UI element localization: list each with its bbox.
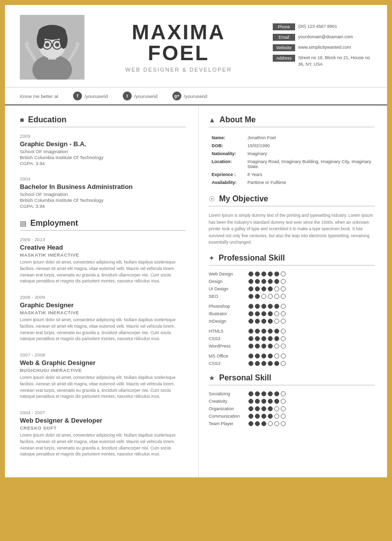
dot-0 (248, 311, 253, 316)
dot-4 (274, 304, 279, 309)
pers-dot-0 (248, 421, 253, 426)
first-name: MAXIMA (94, 22, 263, 43)
dot-4 (274, 354, 279, 359)
emp-title-4: Web Designer & Developer (20, 417, 186, 424)
dot-3 (268, 304, 273, 309)
prof-skill-name-1-0: Photoshop (209, 304, 248, 309)
edu-year-2: 2004 (20, 176, 186, 181)
dot-0 (248, 336, 253, 341)
prof-skill-dots-1-1 (248, 311, 286, 316)
prof-skill-row-0-3: SEO (209, 294, 375, 299)
address-value: Street no 16, Block no 21, House no 36, … (298, 55, 372, 67)
phone-value: (00) 123 4567 8901 (298, 23, 337, 30)
emp-year-4: 2004 - 2007 (20, 410, 186, 415)
dot-3 (268, 279, 273, 284)
emp-title-2: Graphic Designer (20, 301, 186, 309)
dot-0 (248, 361, 253, 366)
dot-5 (281, 311, 286, 316)
personal-skill-group: SocializingCreativityOrganizationCommuni… (209, 391, 375, 426)
emp-company-3: BUGICHUGI INERACTIVE (20, 367, 186, 373)
prof-skill-dots-1-0 (248, 304, 286, 309)
personal-skill-name-1: Creativity (209, 399, 248, 404)
dot-4 (274, 271, 279, 276)
personal-skill-dots-1 (248, 399, 286, 404)
about-dob-row: DOB: 15/02/1990 (210, 142, 374, 149)
about-icon: ▲ (209, 116, 216, 124)
pers-dot-3 (268, 414, 273, 419)
social-bar: Know me better at f /youruserid t /youru… (5, 88, 387, 105)
personal-skill-header: ★ Personal Skill (209, 373, 375, 385)
emp-item-3: 2007 - 2008 Web & Graphic Designer BUGIC… (20, 352, 186, 400)
dot-2 (261, 319, 266, 324)
pers-dot-0 (248, 406, 253, 411)
edu-uni-2: British Columbia Institute Of Technology (20, 197, 186, 203)
website-label: Website (273, 44, 295, 51)
prof-skill-dots-2-1 (248, 336, 286, 341)
pers-dot-2 (261, 406, 266, 411)
pers-dot-3 (268, 391, 273, 396)
prof-skill-row-2-2: WordPress (209, 344, 375, 349)
dot-3 (268, 294, 273, 299)
dot-1 (255, 294, 260, 299)
about-dob-label: DOB: (210, 142, 244, 149)
prof-skill-group-3: MS OfficeCSS3 (209, 354, 375, 366)
header-name: MAXIMA FOEL WEB DESIGNER & DEVELOPER (84, 22, 273, 73)
prof-skill-title: Professional Skill (219, 254, 285, 263)
prof-skill-name-3-0: MS Office (209, 354, 248, 359)
website-value: www.simplicitywanted.com (298, 44, 351, 51)
prof-skill-row-2-0: HTML5 (209, 329, 375, 334)
prof-skill-name-3-1: CSS3 (209, 361, 248, 366)
prof-skill-dots-2-2 (248, 344, 286, 349)
website-row: Website www.simplicitywanted.com (273, 44, 372, 51)
pers-dot-1 (255, 414, 260, 419)
pers-dot-5 (281, 406, 286, 411)
resume-container: MAXIMA FOEL WEB DESIGNER & DEVELOPER Pho… (5, 5, 387, 477)
dot-3 (268, 336, 273, 341)
emp-item-1: 2009 - 2013 Creative Head MASKATIK INERA… (20, 237, 186, 284)
edu-cgpa-1: CGPA: 3.94 (20, 161, 186, 166)
dot-2 (261, 304, 266, 309)
dot-5 (281, 304, 286, 309)
emp-text-1: Lorem ipsum dolor sit amet, consectetur … (20, 259, 186, 284)
prof-skill-row-3-1: CSS3 (209, 361, 375, 366)
dot-0 (248, 271, 253, 276)
emp-title-3: Web & Graphic Designer (20, 359, 186, 366)
dot-4 (274, 311, 279, 316)
personal-skill-dots-2 (248, 406, 286, 411)
gplus-icon: g+ (172, 91, 181, 100)
dot-2 (261, 336, 266, 341)
employment-header: ▤ Employment (20, 219, 186, 231)
personal-skill-name-4: Team Player (209, 421, 248, 426)
emp-company-1: MASKATIK INERACTIVE (20, 252, 186, 258)
dot-5 (281, 329, 286, 334)
pers-dot-3 (268, 421, 273, 426)
dot-3 (268, 286, 273, 291)
about-nationality-label: Nationality: (210, 150, 244, 157)
pers-dot-4 (274, 406, 279, 411)
dot-5 (281, 271, 286, 276)
phone-row: Phone (00) 123 4567 8901 (273, 23, 372, 30)
emp-company-2: MASKATIK INERACTIVE (20, 310, 186, 315)
prof-skill-dots-3-0 (248, 354, 286, 359)
emp-year-1: 2009 - 2013 (20, 237, 186, 242)
personal-skill-row-2: Organization (209, 406, 375, 411)
prof-skill-name-0-2: UI Design (209, 286, 248, 291)
education-icon: ■ (20, 116, 24, 124)
dot-4 (274, 319, 279, 324)
dot-2 (261, 344, 266, 349)
dot-5 (281, 319, 286, 324)
edu-item-2: 2004 Bachelor In Business Administration… (20, 176, 186, 209)
emp-item-4: 2004 - 2007 Web Designer & Developer CRE… (20, 410, 186, 457)
twitter-handle: /youruserid (134, 93, 157, 99)
dot-4 (274, 279, 279, 284)
edu-item-1: 2009 Graphic Design - B.A. School OF Ima… (20, 133, 186, 166)
employment-icon: ▤ (20, 219, 26, 227)
svg-line-21 (76, 42, 77, 47)
about-location-value: Imaginary Road, Imaginary Building, Imag… (245, 158, 374, 170)
prof-skill-dots-1-2 (248, 319, 286, 324)
main-content: ■ Education 2009 Graphic Design - B.A. S… (5, 105, 387, 477)
dot-2 (261, 329, 266, 334)
about-exp-value: 8 Years (245, 171, 374, 178)
about-nationality-row: Nationality: Imaginary (210, 150, 374, 157)
svg-point-6 (60, 31, 68, 49)
